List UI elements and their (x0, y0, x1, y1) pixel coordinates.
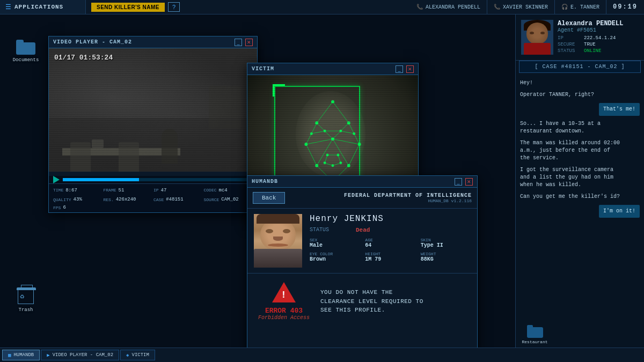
fdi-title-main: FEDERAL DEPARTMENT OF INTELLIGENCE (290, 193, 472, 198)
humandb-profile: Henry JENKINS STATUS Dead SEX Male AGE 6… (247, 209, 477, 274)
age-value: 64 (365, 242, 371, 248)
agent-id: Agent #F5051 (558, 27, 639, 33)
agent-header: Alexandra PENDELL Agent #F5051 IP 222.54… (516, 14, 644, 61)
secure-value: TRUE (584, 42, 596, 47)
desktop-icon-documents[interactable]: Documents (10, 39, 42, 63)
eye-label: EYE COLOR (310, 252, 360, 256)
progress-bar[interactable] (63, 178, 253, 181)
agent-info: Alexandra PENDELL Agent #F5051 IP 222.54… (558, 20, 639, 55)
avatar-eye-right (540, 32, 545, 34)
right-panel: Alexandra PENDELL Agent #F5051 IP 222.54… (515, 14, 644, 348)
victim-titlebar: VICTIM _ ✕ (247, 63, 418, 75)
chat-msg-0: Hey! (520, 79, 533, 87)
chat-msg-5: I got the surveillance camera and a list… (520, 166, 622, 189)
status-value: ONLINE (584, 48, 601, 54)
field-skin: SKIN Type II (421, 238, 471, 248)
taskbar-video[interactable]: ▶ VIDEO PLAYER - CAM_02 (41, 350, 119, 360)
hair (257, 214, 299, 224)
agent-name: Alexandra PENDELL (558, 20, 639, 27)
avatar-eye-left (530, 32, 534, 34)
chat-msg-1: Operator TANNER, right? (520, 91, 594, 99)
icon-label-trash: Trash (18, 307, 33, 313)
info-codec: CODEC mc4 (204, 186, 253, 195)
back-button[interactable]: Back (253, 192, 285, 204)
profile-grid: SEX Male AGE 64 SKIN Type II EYE COLOR B… (310, 238, 471, 262)
victim-close-btn[interactable]: ✕ (406, 65, 414, 73)
contact-name-2: XAVIER SKINNER (503, 4, 548, 10)
taskbar-video-label: VIDEO PLAYER - CAM_02 (53, 352, 113, 358)
video-close-btn[interactable]: ✕ (245, 39, 253, 46)
video-titlebar: VIDEO PLAYER - CAM_02 _ ✕ (49, 36, 257, 48)
taskbar: ▦ HUMANDB ▶ VIDEO PLAYER - CAM_02 ◈ VICT… (0, 348, 644, 362)
video-info-grid: TIME 8:67 FRAME 51 IP 47 CODEC mc4 QUALI… (49, 183, 257, 212)
video-player-window: VIDEO PLAYER - CAM_02 _ ✕ 01/17 01:53:24 (48, 36, 258, 213)
video-timestamp: 01/17 01:53:24 (54, 54, 113, 62)
field-weight: WEIGHT 88KG (421, 252, 471, 262)
sex-label: SEX (310, 238, 360, 242)
topbar: ☰ ApPLicATiONS SEND KILLER'S NAME ? 📞 AL… (0, 0, 644, 14)
video-content: 01/17 01:53:24 TIME 8:67 FRAME 51 (49, 48, 257, 212)
profile-photo (254, 214, 302, 268)
humandb-error: ERROR 403 Forbidden Access You do not ha… (247, 274, 477, 329)
avatar-body (524, 43, 551, 55)
chat-msg-7: I'm on it! (599, 205, 640, 218)
chat-restaurant-folder[interactable]: Restaurant (520, 325, 550, 344)
chat-file-area: Restaurant (516, 319, 644, 348)
victim-minimize-btn[interactable]: _ (396, 65, 403, 73)
video-title: VIDEO PLAYER - CAM_02 (53, 39, 231, 45)
app-title-area: ☰ ApPLicATiONS (0, 0, 86, 14)
contact-tanner[interactable]: 🎧 E. TANNER (555, 0, 606, 14)
send-killer-button[interactable]: SEND KILLER'S NAME (91, 3, 165, 12)
desktop-icon-trash[interactable]: ♻ Trash (10, 289, 42, 313)
case-banner: [ CASE #48151 - CAM_02 ] (519, 61, 641, 73)
help-button[interactable]: ? (168, 2, 180, 12)
status-row: STATUS Dead (310, 227, 471, 233)
clock: 09:19 (606, 3, 644, 11)
humandb-close-btn[interactable]: ✕ (465, 178, 473, 186)
field-sex: SEX Male (310, 238, 360, 248)
info-case: CASE #48151 (153, 196, 203, 204)
taskbar-humandb-label: HUMANDB (13, 352, 34, 358)
contact-name-1: ALEXANDRA PENDELL (426, 4, 480, 10)
fdi-title-area: FEDERAL DEPARTMENT OF INTELLIGENCE HUMAN… (290, 193, 472, 203)
eye-right (283, 229, 290, 233)
height-value: 1M 79 (365, 256, 381, 262)
field-age: AGE 64 (365, 238, 415, 248)
error-icon-area: ERROR 403 Forbidden Access (258, 282, 310, 321)
status-label: STATUS (310, 227, 329, 233)
taskbar-video-icon: ▶ (47, 352, 49, 358)
desktop: Documents Cases Restaurant ♻ Trash VIDEO… (0, 14, 515, 348)
icon-label-documents: Documents (13, 57, 39, 63)
error-code: ERROR 403 (265, 307, 303, 315)
chat-folder-label: Restaurant (522, 339, 547, 344)
play-button[interactable] (53, 176, 60, 183)
contact-name-3: E. TANNER (570, 4, 599, 10)
humandb-minimize-btn[interactable]: _ (455, 178, 462, 186)
taskbar-victim[interactable]: ◈ VICTIM (120, 350, 155, 360)
info-quality: QUALITY 43% (53, 196, 103, 204)
taskbar-victim-label: VICTIM (132, 352, 149, 358)
error-description: You do not have the clearance level requ… (320, 288, 428, 315)
skin-value: Type II (421, 242, 443, 248)
field-eye: EYE COLOR Brown (310, 252, 360, 262)
error-subtext: Forbidden Access (258, 315, 310, 321)
chat-msg-4: The man was killed around 02:00 a.m., ju… (520, 139, 622, 162)
humandb-window: HUMANDB _ ✕ Back FEDERAL DEPARTMENT OF I… (247, 175, 478, 352)
chat-messages: Hey!Operator TANNER, right?That's me!So.… (516, 76, 644, 319)
field-height: HEIGHT 1M 79 (365, 252, 415, 262)
taskbar-humandb[interactable]: ▦ HUMANDB (2, 350, 40, 360)
contact-alexandra[interactable]: 📞 ALEXANDRA PENDELL (410, 0, 487, 14)
taskbar-humandb-icon: ▦ (8, 352, 11, 358)
info-row-status: STATUS ONLINE (558, 48, 639, 54)
avatar-face (521, 20, 553, 55)
contact-xavier[interactable]: 📞 XAVIER SKINNER (487, 0, 555, 14)
video-minimize-btn[interactable]: _ (235, 39, 242, 46)
ip-label: IP (558, 35, 582, 41)
chat-folder-icon (527, 325, 543, 338)
info-fps: FPS 6 (53, 205, 103, 210)
ip-value: 222.54.1.24 (584, 35, 616, 41)
status-label: STATUS (558, 48, 582, 54)
eye-value: Brown (310, 256, 326, 262)
agent-avatar (521, 20, 553, 55)
humandb-titlebar: HUMANDB _ ✕ (247, 176, 477, 188)
